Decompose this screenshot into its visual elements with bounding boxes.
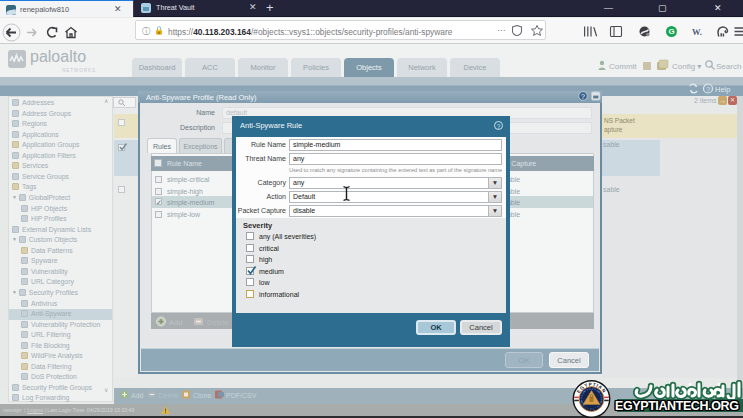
svg-text:Search: Search — [716, 62, 741, 71]
svg-text:PDF/CSV: PDF/CSV — [226, 392, 257, 399]
svg-text:Commit: Commit — [609, 62, 637, 71]
svg-text:Delete: Delete — [207, 318, 229, 327]
svg-text:Help: Help — [715, 85, 730, 94]
svg-text:W.: W. — [692, 27, 702, 37]
svg-text:Config ▾: Config ▾ — [672, 62, 701, 71]
svg-text:G: G — [668, 27, 674, 36]
svg-text:?: ? — [706, 85, 710, 94]
svg-text:Clone: Clone — [193, 392, 211, 399]
svg-text:Add: Add — [169, 318, 182, 327]
svg-text:Delete: Delete — [159, 392, 179, 399]
svg-text:Add: Add — [131, 392, 144, 399]
svg-text:?: ? — [581, 93, 585, 100]
